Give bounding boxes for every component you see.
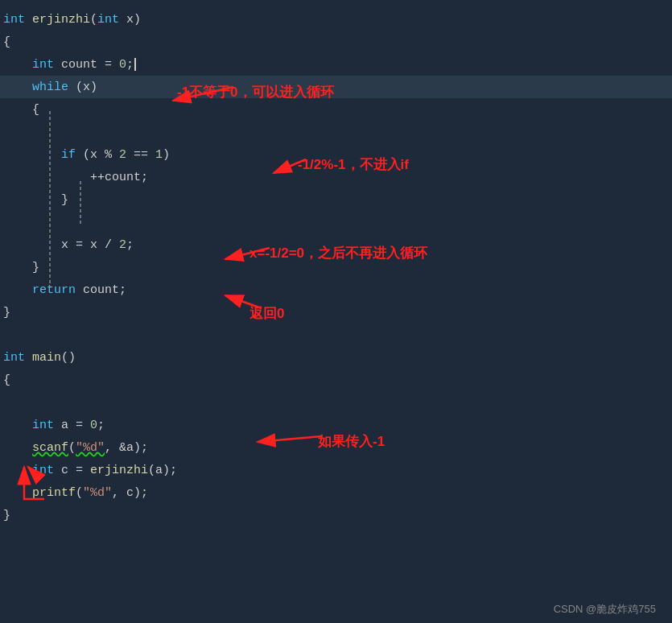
- code-line-22: }: [0, 504, 672, 526]
- code-line-9: [0, 211, 672, 233]
- line-content-10: x = x / 2;: [0, 238, 134, 252]
- line-content-3: while (x): [0, 80, 97, 94]
- code-line-2: int count = 0;: [0, 53, 672, 76]
- code-line-6: if (x % 2 == 1): [0, 143, 672, 166]
- code-line-15: int main(): [0, 346, 672, 369]
- line-content-20: int c = erjinzhi(a);: [0, 464, 177, 477]
- code-line-13: }: [0, 301, 672, 324]
- code-line-17: [0, 391, 672, 414]
- code-area: int erjinzhi(int x){ int count = 0; whil…: [0, 0, 672, 623]
- code-line-1: {: [0, 31, 672, 53]
- code-line-16: {: [0, 369, 672, 391]
- line-content-6: if (x % 2 == 1): [0, 148, 170, 162]
- code-line-21: printf("%d", c);: [0, 481, 672, 504]
- line-content-15: int main(): [0, 351, 76, 365]
- line-content-2: int count = 0;: [0, 58, 136, 72]
- code-line-7: ++count;: [0, 166, 672, 188]
- code-line-4: {: [0, 98, 672, 121]
- line-content-11: }: [0, 261, 39, 274]
- line-content-8: }: [0, 193, 68, 207]
- code-line-20: int c = erjinzhi(a);: [0, 459, 672, 481]
- code-line-5: [0, 121, 672, 143]
- text-cursor: [134, 58, 136, 71]
- code-line-12: return count;: [0, 278, 672, 301]
- code-line-14: [0, 324, 672, 346]
- line-content-12: return count;: [0, 283, 126, 297]
- line-content-4: {: [0, 103, 39, 117]
- watermark: CSDN @脆皮炸鸡755: [554, 602, 656, 617]
- code-lines: int erjinzhi(int x){ int count = 0; whil…: [0, 8, 672, 526]
- code-line-8: }: [0, 188, 672, 211]
- line-content-7: ++count;: [0, 171, 148, 184]
- code-line-18: int a = 0;: [0, 414, 672, 436]
- code-line-3: while (x): [0, 76, 672, 98]
- line-content-1: {: [0, 35, 10, 49]
- code-line-0: int erjinzhi(int x): [0, 8, 672, 31]
- line-content-18: int a = 0;: [0, 419, 105, 432]
- line-content-21: printf("%d", c);: [0, 486, 148, 500]
- code-line-19: scanf("%d", &a);: [0, 436, 672, 459]
- line-content-16: {: [0, 373, 10, 387]
- line-content-22: }: [0, 509, 10, 522]
- code-line-10: x = x / 2;: [0, 233, 672, 256]
- code-line-11: }: [0, 256, 672, 278]
- line-content-19: scanf("%d", &a);: [0, 441, 148, 455]
- line-content-0: int erjinzhi(int x): [0, 13, 141, 27]
- line-content-13: }: [0, 306, 10, 320]
